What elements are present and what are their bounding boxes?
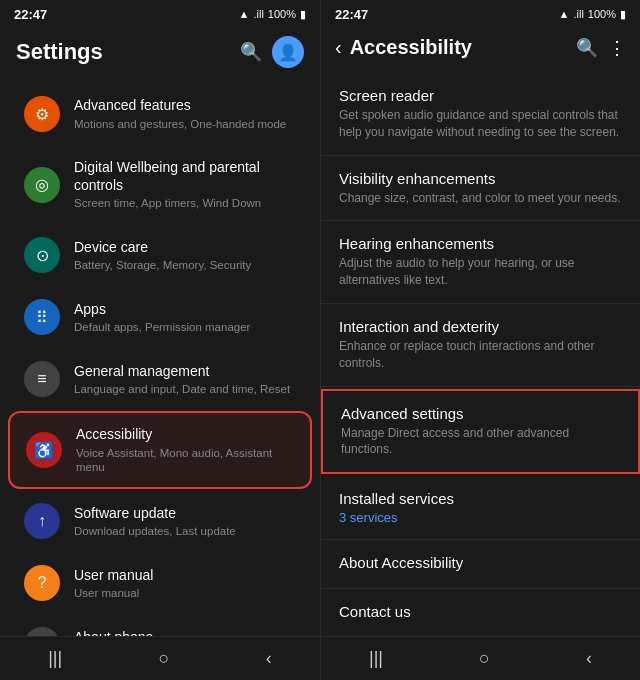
left-status-bar: 22:47 ▲ .ill 100% ▮	[0, 0, 320, 28]
digital-wellbeing-icon: ◎	[24, 167, 60, 203]
battery-icon: ▮	[300, 8, 306, 21]
acc-item-installed-services[interactable]: Installed services3 services	[321, 476, 640, 540]
battery-text: 100%	[268, 8, 296, 20]
right-recent-apps-button[interactable]: |||	[349, 640, 403, 677]
device-care-subtitle: Battery, Storage, Memory, Security	[74, 258, 296, 273]
settings-item-accessibility[interactable]: ♿ Accessibility Voice Assistant, Mono au…	[8, 411, 312, 489]
about-phone-icon: ℹ	[24, 627, 60, 636]
interaction-dexterity-title: Interaction and dexterity	[339, 318, 622, 335]
device-care-title: Device care	[74, 238, 296, 256]
right-home-button[interactable]: ○	[459, 640, 510, 677]
signal-icon: ▲	[239, 8, 250, 20]
search-icon[interactable]: 🔍	[240, 41, 262, 63]
visibility-enhancements-title: Visibility enhancements	[339, 170, 622, 187]
right-battery-icon: ▮	[620, 8, 626, 21]
user-manual-subtitle: User manual	[74, 586, 296, 601]
left-bottom-nav: ||| ○ ‹	[0, 636, 320, 680]
settings-item-advanced-features[interactable]: ⚙ Advanced features Motions and gestures…	[8, 84, 312, 144]
left-header-actions: 🔍 👤	[240, 36, 304, 68]
settings-item-user-manual[interactable]: ? User manual User manual	[8, 553, 312, 613]
more-options-icon[interactable]: ⋮	[608, 37, 626, 59]
right-battery-text: 100%	[588, 8, 616, 20]
accessibility-title: Accessibility	[76, 425, 294, 443]
right-search-icon[interactable]: 🔍	[576, 37, 598, 59]
settings-item-about-phone[interactable]: ℹ About phone Status, Legal information,…	[8, 615, 312, 636]
interaction-dexterity-subtitle: Enhance or replace touch interactions an…	[339, 338, 622, 372]
apps-icon: ⠿	[24, 299, 60, 335]
right-header-actions: 🔍 ⋮	[576, 37, 626, 59]
accessibility-subtitle: Voice Assistant, Mono audio, Assistant m…	[76, 446, 294, 476]
right-status-icons: ▲ .ill 100% ▮	[559, 8, 626, 21]
advanced-settings-subtitle: Manage Direct access and other advanced …	[341, 425, 620, 459]
about-accessibility-title: About Accessibility	[339, 554, 622, 571]
acc-item-screen-reader[interactable]: Screen readerGet spoken audio guidance a…	[321, 73, 640, 156]
visibility-enhancements-subtitle: Change size, contrast, and color to meet…	[339, 190, 622, 207]
settings-item-apps[interactable]: ⠿ Apps Default apps, Permission manager	[8, 287, 312, 347]
installed-services-link[interactable]: 3 services	[339, 510, 622, 525]
advanced-settings-title: Advanced settings	[341, 405, 620, 422]
left-panel: 22:47 ▲ .ill 100% ▮ Settings 🔍 👤 ⚙ Advan…	[0, 0, 320, 680]
general-management-title: General management	[74, 362, 296, 380]
home-button[interactable]: ○	[139, 640, 190, 677]
right-header-title: Accessibility	[350, 36, 472, 59]
right-signal-icon: ▲	[559, 8, 570, 20]
screen-reader-subtitle: Get spoken audio guidance and special co…	[339, 107, 622, 141]
screen-reader-title: Screen reader	[339, 87, 622, 104]
settings-item-general-management[interactable]: ≡ General management Language and input,…	[8, 349, 312, 409]
left-status-time: 22:47	[14, 7, 47, 22]
user-manual-icon: ?	[24, 565, 60, 601]
right-back-button[interactable]: ‹	[566, 640, 612, 677]
general-management-subtitle: Language and input, Date and time, Reset	[74, 382, 296, 397]
apps-title: Apps	[74, 300, 296, 318]
acc-item-advanced-settings[interactable]: Advanced settingsManage Direct access an…	[321, 389, 640, 475]
settings-item-digital-wellbeing[interactable]: ◎ Digital Wellbeing and parental control…	[8, 146, 312, 223]
accessibility-icon: ♿	[26, 432, 62, 468]
software-update-title: Software update	[74, 504, 296, 522]
software-update-subtitle: Download updates, Last update	[74, 524, 296, 539]
accessibility-list: Screen readerGet spoken audio guidance a…	[321, 69, 640, 636]
left-status-icons: ▲ .ill 100% ▮	[239, 8, 306, 21]
advanced-features-title: Advanced features	[74, 96, 296, 114]
user-manual-title: User manual	[74, 566, 296, 584]
advanced-features-icon: ⚙	[24, 96, 60, 132]
settings-item-device-care[interactable]: ⊙ Device care Battery, Storage, Memory, …	[8, 225, 312, 285]
hearing-enhancements-title: Hearing enhancements	[339, 235, 622, 252]
acc-item-about-accessibility[interactable]: About Accessibility	[321, 540, 640, 589]
right-wifi-icon: .ill	[573, 8, 583, 20]
left-header-title: Settings	[16, 39, 103, 65]
apps-subtitle: Default apps, Permission manager	[74, 320, 296, 335]
installed-services-title: Installed services	[339, 490, 622, 507]
device-care-icon: ⊙	[24, 237, 60, 273]
wifi-icon: .ill	[253, 8, 263, 20]
acc-item-hearing-enhancements[interactable]: Hearing enhancementsAdjust the audio to …	[321, 221, 640, 304]
software-update-icon: ↑	[24, 503, 60, 539]
back-icon[interactable]: ‹	[335, 36, 342, 59]
right-status-time: 22:47	[335, 7, 368, 22]
right-status-bar: 22:47 ▲ .ill 100% ▮	[321, 0, 640, 28]
left-header: Settings 🔍 👤	[0, 28, 320, 78]
hearing-enhancements-subtitle: Adjust the audio to help your hearing, o…	[339, 255, 622, 289]
acc-item-contact-us[interactable]: Contact us	[321, 589, 640, 636]
back-button[interactable]: ‹	[246, 640, 292, 677]
digital-wellbeing-title: Digital Wellbeing and parental controls	[74, 158, 296, 194]
settings-list: ⚙ Advanced features Motions and gestures…	[0, 78, 320, 636]
right-header: ‹ Accessibility 🔍 ⋮	[321, 28, 640, 69]
right-bottom-nav: ||| ○ ‹	[321, 636, 640, 680]
about-phone-title: About phone	[74, 628, 296, 636]
advanced-features-subtitle: Motions and gestures, One-handed mode	[74, 117, 296, 132]
settings-item-software-update[interactable]: ↑ Software update Download updates, Last…	[8, 491, 312, 551]
general-management-icon: ≡	[24, 361, 60, 397]
digital-wellbeing-subtitle: Screen time, App timers, Wind Down	[74, 196, 296, 211]
avatar[interactable]: 👤	[272, 36, 304, 68]
right-panel: 22:47 ▲ .ill 100% ▮ ‹ Accessibility 🔍 ⋮ …	[320, 0, 640, 680]
contact-us-title: Contact us	[339, 603, 622, 620]
recent-apps-button[interactable]: |||	[28, 640, 82, 677]
acc-item-interaction-dexterity[interactable]: Interaction and dexterityEnhance or repl…	[321, 304, 640, 387]
acc-item-visibility-enhancements[interactable]: Visibility enhancementsChange size, cont…	[321, 156, 640, 222]
right-header-left: ‹ Accessibility	[335, 36, 472, 59]
